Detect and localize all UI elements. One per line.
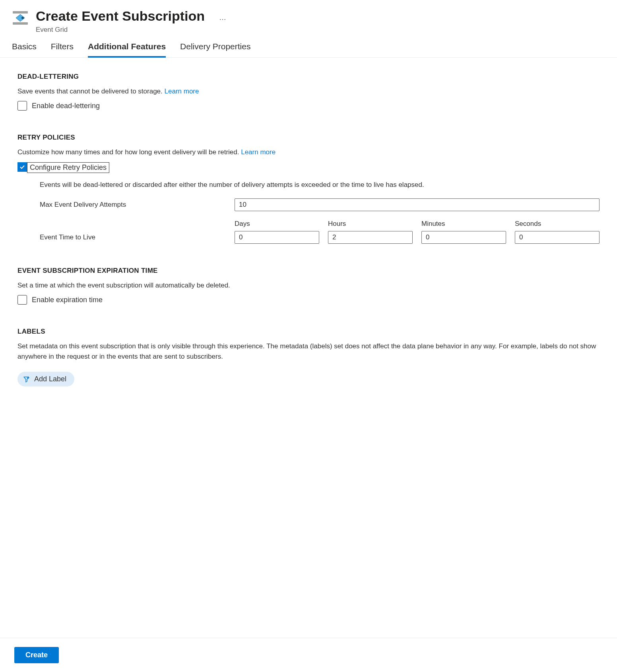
configure-retry-checkbox[interactable] (17, 162, 27, 172)
page-subtitle: Event Grid (36, 26, 205, 34)
enable-expiration-label: Enable expiration time (32, 296, 103, 304)
expiration-title: EVENT SUBSCRIPTION EXPIRATION TIME (17, 267, 600, 275)
tab-filters[interactable]: Filters (51, 42, 74, 58)
ttl-hours-col: Hours (328, 220, 413, 244)
labels-desc: Set metadata on this event subscription … (17, 341, 600, 361)
page-header: Create Event Subscription Event Grid … (0, 0, 617, 38)
ttl-minutes-label: Minutes (421, 220, 506, 228)
section-dead-lettering: DEAD-LETTERING Save events that cannot b… (17, 73, 600, 111)
dead-lettering-desc: Save events that cannot be delivered to … (17, 86, 600, 97)
footer: Create (0, 638, 617, 672)
enable-dead-lettering-checkbox[interactable] (17, 101, 27, 111)
expiration-checkbox-row: Enable expiration time (17, 295, 600, 305)
ttl-minutes-input[interactable] (421, 231, 506, 244)
ttl-days-col: Days (235, 220, 319, 244)
header-titles: Create Event Subscription Event Grid (36, 8, 205, 34)
max-attempts-row: Max Event Delivery Attempts (40, 198, 600, 211)
tab-basics[interactable]: Basics (12, 42, 37, 58)
ttl-seconds-col: Seconds (515, 220, 600, 244)
svg-rect-1 (13, 22, 28, 25)
section-retry-policies: RETRY POLICIES Customize how many times … (17, 134, 600, 244)
tab-bar: Basics Filters Additional Features Deliv… (0, 38, 617, 58)
configure-retry-label: Configure Retry Policies (27, 162, 109, 173)
enable-dead-lettering-label: Enable dead-lettering (32, 102, 100, 110)
ttl-fields: Days Hours Minutes Seconds (235, 220, 600, 244)
ttl-hours-label: Hours (328, 220, 413, 228)
tab-delivery-properties[interactable]: Delivery Properties (180, 42, 250, 58)
max-attempts-input[interactable] (235, 198, 600, 211)
retry-note: Events will be dead-lettered or discarde… (40, 181, 600, 189)
page-title: Create Event Subscription (36, 8, 205, 24)
retry-learn-more-link[interactable]: Learn more (241, 148, 276, 156)
add-label-text: Add Label (34, 375, 66, 383)
create-button[interactable]: Create (14, 647, 59, 663)
more-actions-button[interactable]: … (219, 14, 227, 22)
add-label-button[interactable]: Add Label (17, 372, 74, 386)
ttl-hours-input[interactable] (328, 231, 413, 244)
content: DEAD-LETTERING Save events that cannot b… (0, 58, 617, 387)
retry-title: RETRY POLICIES (17, 134, 600, 142)
dead-lettering-learn-more-link[interactable]: Learn more (165, 87, 199, 95)
ttl-row: Event Time to Live Days Hours Minutes (40, 220, 600, 244)
retry-sub-section: Events will be dead-lettered or discarde… (17, 181, 600, 244)
ttl-label: Event Time to Live (40, 233, 235, 244)
max-attempts-label: Max Event Delivery Attempts (40, 201, 235, 209)
section-labels: LABELS Set metadata on this event subscr… (17, 328, 600, 386)
dead-lettering-checkbox-row: Enable dead-lettering (17, 101, 600, 111)
svg-rect-0 (13, 11, 28, 14)
ttl-seconds-input[interactable] (515, 231, 600, 244)
dead-lettering-title: DEAD-LETTERING (17, 73, 600, 81)
retry-checkbox-row: Configure Retry Policies (17, 162, 600, 173)
retry-desc-text: Customize how many times and for how lon… (17, 148, 241, 156)
section-expiration: EVENT SUBSCRIPTION EXPIRATION TIME Set a… (17, 267, 600, 305)
ttl-days-input[interactable] (235, 231, 319, 244)
tab-additional-features[interactable]: Additional Features (88, 42, 166, 58)
dead-lettering-desc-text: Save events that cannot be delivered to … (17, 87, 165, 95)
ttl-seconds-label: Seconds (515, 220, 600, 228)
ttl-days-label: Days (235, 220, 319, 228)
ttl-minutes-col: Minutes (421, 220, 506, 244)
svg-point-2 (21, 17, 24, 19)
expiration-desc: Set a time at which the event subscripti… (17, 280, 600, 291)
enable-expiration-checkbox[interactable] (17, 295, 27, 305)
labels-title: LABELS (17, 328, 600, 336)
add-filter-icon (23, 376, 30, 383)
event-grid-icon (12, 10, 29, 26)
retry-desc: Customize how many times and for how lon… (17, 147, 600, 157)
